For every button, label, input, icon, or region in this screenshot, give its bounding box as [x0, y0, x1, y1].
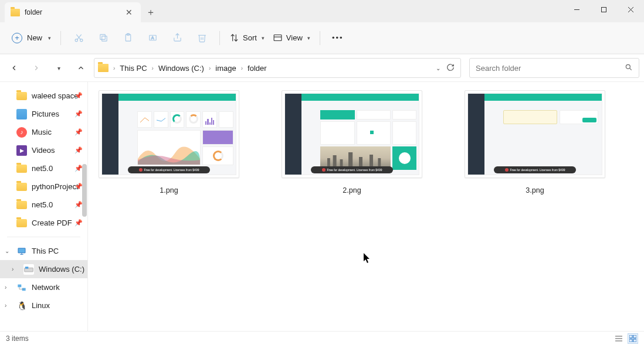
sidebar-item-windows-drive[interactable]: › Windows (C:) [0, 260, 87, 278]
copy-button[interactable] [91, 28, 115, 49]
refresh-button[interactable] [446, 63, 455, 73]
svg-line-22 [629, 68, 631, 70]
window-tab[interactable]: folder ✕ [5, 2, 141, 22]
thumb-footer-text: Free for development. Licenses from $499 [327, 168, 382, 172]
svg-rect-23 [18, 248, 25, 252]
chevron-right-icon[interactable]: › [5, 284, 6, 291]
svg-text:A: A [151, 36, 154, 40]
breadcrumb-folder[interactable]: folder [245, 62, 269, 75]
details-view-button[interactable] [614, 333, 624, 344]
sidebar-item-label: pythonProject [32, 182, 79, 191]
sidebar-item-pictures[interactable]: Pictures 📌 [0, 105, 87, 123]
sidebar-item-label: Windows (C:) [39, 265, 84, 274]
drive-icon [23, 264, 34, 275]
paste-button[interactable] [116, 28, 140, 49]
file-name-label: 3.png [526, 186, 544, 194]
file-name-label: 2.png [343, 186, 361, 194]
svg-rect-8 [101, 36, 107, 41]
sidebar-item-net50b[interactable]: net5.0 📌 [0, 196, 87, 214]
address-bar: ▾ › This PC › Windows (C:) › image › fol… [0, 54, 644, 82]
chevron-right-icon[interactable]: › [12, 266, 13, 272]
search-icon[interactable] [625, 63, 633, 73]
breadcrumb-drive[interactable]: Windows (C:) [156, 62, 206, 75]
share-button[interactable] [165, 28, 189, 49]
address-dropdown-icon[interactable]: ⌄ [436, 65, 440, 71]
thumbnails-view-button[interactable] [628, 333, 638, 344]
sidebar-item-music[interactable]: ♪ Music 📌 [0, 123, 87, 141]
videos-icon: ▶ [16, 145, 27, 156]
delete-button[interactable] [190, 28, 213, 49]
folder-icon [16, 219, 27, 227]
chevron-down-icon: ▾ [307, 35, 310, 41]
toolbar-separator [320, 31, 320, 45]
cut-button[interactable] [67, 28, 90, 49]
minimize-button[interactable] [563, 0, 590, 19]
scrollbar-thumb[interactable] [82, 164, 87, 217]
chevron-down-icon[interactable]: ⌄ [5, 248, 9, 254]
sidebar-scrollbar[interactable] [82, 82, 87, 331]
sidebar-item-thispc[interactable]: ⌄ This PC [0, 242, 87, 260]
close-tab-button[interactable]: ✕ [123, 6, 135, 18]
breadcrumb-this-pc[interactable]: This PC [117, 62, 149, 75]
tab-title: folder [25, 8, 118, 16]
file-thumbnail: Free for development. Licenses from $499 [465, 90, 605, 178]
sidebar-item-label: Linux [32, 301, 50, 310]
breadcrumb-chevron-icon[interactable]: › [208, 65, 212, 71]
sidebar-item-label: net5.0 [32, 200, 53, 209]
sidebar-divider [7, 237, 80, 237]
pictures-icon [16, 109, 27, 119]
main-area: waleed space 📌 Pictures 📌 ♪ Music 📌 ▶ Vi… [0, 82, 644, 331]
breadcrumb-bar[interactable]: › This PC › Windows (C:) › image › folde… [94, 58, 461, 78]
folder-icon [98, 64, 109, 72]
file-item[interactable]: Free for development. Licenses from $499… [282, 90, 422, 194]
svg-rect-27 [25, 267, 28, 268]
new-tab-button[interactable]: ＋ [141, 2, 161, 22]
sidebar-item-videos[interactable]: ▶ Videos 📌 [0, 141, 87, 159]
folder-icon [11, 9, 20, 16]
search-box[interactable] [469, 58, 639, 78]
close-window-button[interactable] [617, 0, 644, 19]
breadcrumb-chevron-icon[interactable]: › [240, 65, 244, 71]
breadcrumb-image[interactable]: image [213, 62, 238, 75]
recent-dropdown[interactable]: ▾ [49, 59, 68, 77]
sidebar-item-python[interactable]: pythonProject 📌 [0, 177, 87, 196]
chevron-right-icon[interactable]: › [5, 302, 6, 309]
thumb-footer-text: Free for development. Licenses from $499 [510, 168, 565, 172]
sidebar-item-label: waleed space [32, 91, 79, 100]
files-pane[interactable]: Free for development. Licenses from $499… [88, 82, 644, 331]
pc-icon [16, 246, 27, 257]
file-thumbnail: Free for development. Licenses from $499 [99, 90, 239, 178]
sidebar-item-linux[interactable]: › 🐧 Linux [0, 296, 87, 315]
new-button[interactable]: + New ▾ [8, 28, 55, 49]
linux-icon: 🐧 [16, 300, 27, 311]
rename-button[interactable]: A [141, 28, 164, 49]
file-item[interactable]: Free for development. Licenses from $499… [465, 90, 605, 194]
sort-label: Sort [243, 33, 257, 42]
breadcrumb-chevron-icon[interactable]: › [112, 65, 116, 71]
toolbar-separator [60, 31, 61, 45]
sidebar-item-createpdf[interactable]: Create PDF 📌 [0, 214, 87, 232]
sidebar-item-net50[interactable]: net5.0 📌 [0, 159, 87, 177]
sort-button[interactable]: Sort ▾ [226, 28, 268, 49]
sidebar-item-waleed-space[interactable]: waleed space 📌 [0, 87, 87, 105]
forward-button[interactable] [27, 59, 46, 77]
breadcrumb-chevron-icon[interactable]: › [151, 65, 155, 71]
svg-rect-43 [633, 335, 636, 338]
view-button[interactable]: View ▾ [269, 28, 314, 49]
status-bar: 3 items [0, 331, 644, 345]
search-input[interactable] [476, 64, 625, 73]
file-item[interactable]: Free for development. Licenses from $499… [99, 90, 239, 194]
more-icon: ••• [332, 33, 344, 42]
maximize-button[interactable] [590, 0, 617, 19]
chevron-down-icon: ▾ [262, 35, 265, 41]
sidebar-item-network[interactable]: › Network [0, 278, 87, 296]
sort-icon [229, 33, 239, 43]
chevron-down-icon: ▾ [48, 35, 51, 41]
folder-icon [16, 183, 27, 191]
more-button[interactable]: ••• [326, 28, 350, 49]
back-button[interactable] [5, 59, 23, 77]
network-icon [16, 282, 27, 293]
up-button[interactable] [72, 59, 90, 77]
svg-rect-19 [274, 35, 282, 41]
view-icon [273, 33, 283, 43]
